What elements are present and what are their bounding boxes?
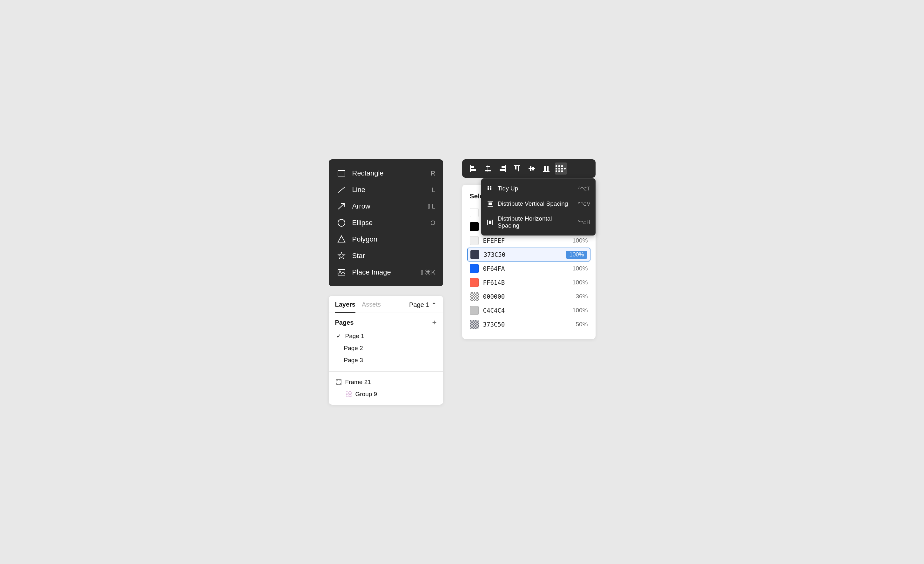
polygon-label: Polygon <box>352 235 435 244</box>
color-row-0f64fa[interactable]: 0F64FA 100% <box>470 262 588 275</box>
ellipse-shortcut: O <box>430 219 435 227</box>
right-column: ▾ Tidy Up ^⌥T <box>462 159 596 339</box>
svg-rect-48 <box>489 221 491 224</box>
pages-title: Pages <box>335 319 354 326</box>
svg-rect-18 <box>349 392 351 394</box>
shape-item-line[interactable]: Line L <box>329 181 443 198</box>
align-left-button[interactable] <box>467 163 479 175</box>
align-bottom-button[interactable] <box>540 163 552 175</box>
dropdown-distribute-vertical[interactable]: Distribute Vertical Spacing ^⌥V <box>481 196 596 211</box>
layers-section: Frame 21 Group 9 <box>329 372 443 405</box>
page-item-1[interactable]: ✓ Page 1 <box>335 330 437 342</box>
layer-group-9[interactable]: Group 9 <box>335 388 437 400</box>
color-hex-0f64fa: 0F64FA <box>483 265 568 272</box>
color-swatch-efefef <box>470 236 478 245</box>
page-item-2[interactable]: Page 2 <box>335 342 437 354</box>
svg-rect-0 <box>338 171 345 176</box>
chevron-up-icon: ⌃ <box>431 301 437 309</box>
pages-header: Pages + <box>335 318 437 327</box>
distribute-horizontal-shortcut: ^⌥H <box>578 219 590 226</box>
color-swatch-373c50-50 <box>470 320 478 329</box>
color-row-000000-36[interactable]: 000000 36% <box>470 289 588 304</box>
layers-panel: Layers Assets Page 1 ⌃ Pages + ✓ Page 1 <box>329 296 443 405</box>
color-hex-ff614b: FF614B <box>483 279 568 286</box>
chevron-down-icon: ▾ <box>564 166 566 171</box>
tab-layers[interactable]: Layers <box>335 301 356 313</box>
svg-rect-22 <box>470 169 476 171</box>
dropdown-menu: Tidy Up ^⌥T Distribute Vertical Spacing … <box>481 178 596 235</box>
svg-rect-19 <box>346 395 348 397</box>
shape-item-polygon[interactable]: Polygon <box>329 231 443 248</box>
tidy-up-icon <box>486 185 494 192</box>
svg-marker-4 <box>338 236 345 242</box>
page-item-3[interactable]: Page 3 <box>335 354 437 366</box>
shape-item-star[interactable]: Star <box>329 248 443 264</box>
frame-icon <box>335 378 342 386</box>
color-swatch-c4c4c4 <box>470 306 478 315</box>
color-hex-efefef: EFEFEF <box>483 237 568 244</box>
color-hex-373c50: 373C50 <box>484 251 562 258</box>
color-opacity-ff614b: 100% <box>572 279 588 286</box>
align-toolbar: ▾ <box>462 159 596 178</box>
rectangle-shortcut: R <box>431 170 435 177</box>
color-row-ff614b[interactable]: FF614B 100% <box>470 275 588 289</box>
color-opacity-000000-36: 36% <box>572 293 588 300</box>
color-swatch-000000-100 <box>470 222 478 231</box>
shape-item-place-image[interactable]: Place Image ⇧⌘K <box>329 264 443 281</box>
shape-menu-panel: Rectangle R Line L <box>329 159 443 286</box>
svg-rect-40 <box>490 186 491 188</box>
color-row-373c50-50[interactable]: 373C50 50% <box>470 317 588 331</box>
svg-rect-39 <box>488 186 489 188</box>
ellipse-label: Ellipse <box>352 219 430 227</box>
line-icon <box>336 185 346 195</box>
toolbar-container: ▾ Tidy Up ^⌥T <box>462 159 596 178</box>
align-top-button[interactable] <box>511 163 523 175</box>
color-hex-c4c4c4: C4C4C4 <box>483 307 568 314</box>
place-image-icon <box>336 267 346 277</box>
tab-page-label: Page 1 <box>409 301 429 308</box>
rectangle-icon <box>336 168 346 178</box>
align-center-h-button[interactable] <box>526 163 538 175</box>
more-options-button[interactable]: ▾ <box>555 163 567 175</box>
svg-rect-20 <box>349 395 351 397</box>
layer-frame-21[interactable]: Frame 21 <box>335 376 437 388</box>
shape-item-rectangle[interactable]: Rectangle R <box>329 165 443 181</box>
tab-page[interactable]: Page 1 ⌃ <box>409 301 436 313</box>
star-icon <box>336 251 346 261</box>
svg-rect-17 <box>346 392 348 394</box>
svg-rect-30 <box>515 166 516 169</box>
color-swatch-ff614b <box>470 278 478 287</box>
color-opacity-373c50: 100% <box>566 251 587 259</box>
svg-point-7 <box>339 271 340 272</box>
color-opacity-0f64fa: 100% <box>572 265 588 272</box>
color-swatch-373c50 <box>470 250 479 259</box>
dropdown-distribute-horizontal[interactable]: Distribute Horizontal Spacing ^⌥H <box>481 211 596 233</box>
place-image-shortcut: ⇧⌘K <box>419 269 435 276</box>
align-right-button[interactable] <box>496 163 508 175</box>
color-row-373c50-selected[interactable]: 373C50 100% <box>467 248 591 262</box>
svg-rect-36 <box>544 166 546 171</box>
svg-rect-37 <box>547 166 549 171</box>
color-swatch-ffffff <box>470 208 478 217</box>
pages-add-button[interactable]: + <box>432 318 436 327</box>
distribute-vertical-label: Distribute Vertical Spacing <box>498 200 568 207</box>
color-row-c4c4c4[interactable]: C4C4C4 100% <box>470 304 588 317</box>
place-image-label: Place Image <box>352 268 420 277</box>
main-container: Rectangle R Line L <box>329 159 596 405</box>
align-center-v-button[interactable] <box>482 163 494 175</box>
svg-point-3 <box>338 219 345 226</box>
svg-rect-8 <box>336 380 341 384</box>
page-1-check-icon: ✓ <box>336 333 343 340</box>
shape-item-ellipse[interactable]: Ellipse O <box>329 215 443 231</box>
distribute-horizontal-label: Distribute Horizontal Spacing <box>498 215 574 229</box>
distribute-vertical-icon <box>486 200 494 208</box>
left-column: Rectangle R Line L <box>329 159 443 405</box>
color-row-efefef[interactable]: EFEFEF 100% <box>470 233 588 248</box>
tab-assets[interactable]: Assets <box>362 301 381 313</box>
pages-section: Pages + ✓ Page 1 Page 2 Page 3 <box>329 313 443 372</box>
shape-item-arrow[interactable]: Arrow ⇧L <box>329 198 443 215</box>
color-swatch-000000-36 <box>470 292 478 301</box>
arrow-shortcut: ⇧L <box>426 202 435 210</box>
star-label: Star <box>352 252 435 260</box>
dropdown-tidy-up[interactable]: Tidy Up ^⌥T <box>481 181 596 196</box>
